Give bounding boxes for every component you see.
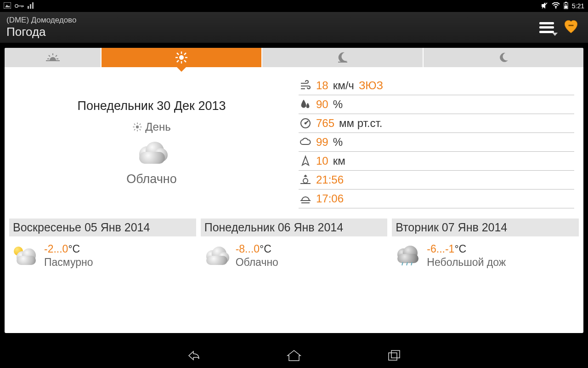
key-icon	[15, 2, 24, 10]
svg-line-40	[140, 123, 141, 124]
detail-visibility: 10 км	[299, 152, 574, 171]
current-weather-panel: Понедельник 30 Дек 2013 День Облачно	[9, 76, 294, 208]
forecast-condition: Пасмурно	[44, 256, 93, 269]
detail-clouds: 99 %	[299, 133, 574, 152]
forecast-row[interactable]: Воскресенье 05 Янв 2014 -2...0°C Пасмурн…	[5, 212, 583, 275]
detail-sunset: 17:06	[299, 190, 574, 208]
svg-rect-17	[46, 60, 60, 61]
menu-icon[interactable]	[539, 22, 554, 33]
svg-rect-52	[391, 351, 400, 358]
detail-pressure: 765 мм рт.ст.	[299, 114, 574, 133]
svg-rect-7	[30, 4, 31, 9]
svg-marker-1	[5, 5, 10, 7]
cloud-icon	[136, 141, 168, 165]
svg-line-39	[140, 129, 141, 130]
wifi-icon	[552, 2, 560, 10]
tab-evening[interactable]	[262, 48, 423, 67]
cloudy-icon	[204, 246, 229, 266]
status-right: 5:21	[541, 2, 584, 11]
svg-rect-16	[569, 24, 574, 26]
forecast-date: Понедельник 06 Янв 2014	[201, 218, 388, 236]
svg-line-38	[134, 123, 135, 124]
wind-value: 18	[316, 79, 328, 92]
svg-point-46	[303, 178, 308, 183]
clouds-unit: %	[333, 136, 343, 149]
weather-card: Понедельник 30 Дек 2013 День Облачно 18 …	[5, 48, 583, 333]
current-date: Понедельник 30 Дек 2013	[78, 99, 226, 113]
tab-day[interactable]	[102, 48, 262, 67]
detail-sunrise: 21:56	[299, 171, 574, 190]
forecast-day[interactable]: Вторник 07 Янв 2014 -6...-1°C Небольшой …	[392, 218, 579, 275]
svg-line-20	[56, 55, 57, 57]
forecast-day[interactable]: Воскресенье 05 Янв 2014 -2...0°C Пасмурн…	[9, 218, 196, 275]
bars-icon	[28, 2, 34, 10]
tab-night[interactable]	[424, 48, 583, 67]
forecast-date: Воскресенье 05 Янв 2014	[9, 218, 196, 236]
humidity-value: 90	[316, 98, 328, 111]
page-title: Погода	[6, 25, 76, 39]
svg-point-23	[179, 55, 184, 60]
current-period-label: День	[145, 121, 170, 133]
status-left	[4, 2, 34, 10]
forecast-condition: Небольшой дож	[427, 256, 506, 269]
weather-details: 18 км/ч ЗЮЗ 90 % 765 мм рт.ст. 99 %	[294, 76, 579, 208]
home-button[interactable]	[285, 347, 303, 364]
humidity-unit: %	[333, 98, 343, 111]
sunset-time: 17:06	[316, 192, 344, 205]
detail-humidity: 90 %	[299, 95, 574, 114]
svg-line-30	[184, 53, 186, 55]
svg-point-44	[305, 122, 306, 124]
svg-line-31	[177, 60, 179, 62]
svg-rect-5	[23, 6, 24, 7]
svg-line-19	[49, 55, 50, 57]
wind-dir: ЗЮЗ	[359, 79, 383, 92]
image-icon	[4, 2, 11, 10]
svg-point-11	[555, 7, 556, 8]
visibility-unit: км	[333, 155, 345, 167]
mute-icon	[541, 2, 548, 11]
svg-line-29	[184, 60, 186, 62]
clouds-value: 99	[316, 136, 328, 149]
svg-rect-6	[28, 6, 29, 9]
forecast-day[interactable]: Понедельник 06 Янв 2014 -8...0°C Облачно	[201, 218, 388, 275]
svg-line-28	[177, 53, 179, 55]
tab-dawn[interactable]	[5, 48, 102, 67]
svg-point-33	[136, 125, 139, 128]
forecast-temp: -8...0°C	[236, 243, 278, 255]
partly-cloudy-icon	[12, 246, 38, 266]
battery-icon	[564, 2, 568, 11]
svg-marker-45	[302, 156, 309, 165]
system-nav-bar	[0, 343, 588, 368]
app-header: (DME) Домодедово Погода	[0, 12, 588, 43]
svg-rect-13	[565, 2, 567, 3]
svg-rect-4	[22, 6, 23, 7]
app-subtitle: (DME) Домодедово	[6, 16, 76, 25]
forecast-temp: -6...-1°C	[427, 243, 506, 255]
svg-rect-3	[18, 6, 23, 6]
wind-unit: км/ч	[333, 79, 354, 92]
recent-apps-button[interactable]	[385, 347, 403, 364]
favorite-icon[interactable]	[563, 20, 579, 35]
back-button[interactable]	[185, 347, 203, 364]
forecast-temp: -2...0°C	[44, 243, 93, 255]
svg-point-2	[15, 5, 18, 7]
svg-line-41	[134, 129, 135, 130]
sunrise-time: 21:56	[316, 173, 344, 186]
status-time: 5:21	[572, 2, 584, 10]
forecast-date: Вторник 07 Янв 2014	[392, 218, 579, 236]
status-bar: 5:21	[0, 0, 588, 12]
pressure-unit: мм рт.ст.	[339, 117, 383, 130]
rain-cloud-icon	[395, 246, 420, 266]
svg-rect-8	[32, 2, 34, 9]
detail-wind: 18 км/ч ЗЮЗ	[299, 76, 574, 95]
visibility-value: 10	[316, 155, 328, 167]
current-condition: Облачно	[126, 172, 176, 186]
svg-rect-51	[389, 353, 397, 360]
current-period: День	[132, 121, 170, 133]
forecast-condition: Облачно	[236, 256, 278, 269]
time-of-day-tabs	[5, 48, 583, 67]
pressure-value: 765	[316, 117, 334, 130]
